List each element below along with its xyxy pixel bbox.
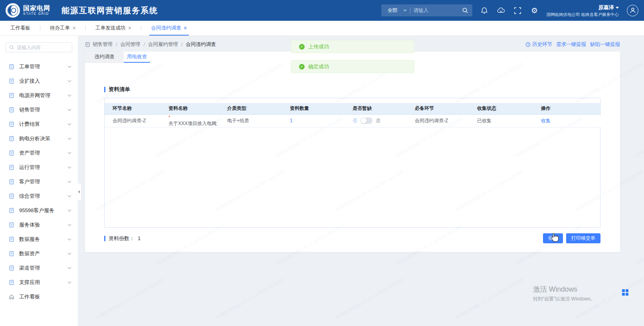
col-collect-status: 收集状态 [469, 103, 533, 114]
chevron-down-icon [67, 181, 71, 183]
avatar[interactable] [627, 5, 638, 16]
document-icon [9, 280, 14, 285]
cell-doc-name: *关于XXX项目接入电网意见 [161, 114, 219, 127]
search-icon[interactable] [461, 6, 469, 14]
windows-activation-note: 激活 Windows 转到“设置”以激活 Windows。 [533, 284, 595, 302]
divider [410, 7, 410, 14]
wtab-todo[interactable]: 待办工单✕ [48, 21, 78, 36]
tab-breach-survey[interactable]: 违约调查 [85, 52, 124, 63]
widget-grid-icon[interactable] [622, 289, 628, 296]
table-row: 合同违约调查-Z *关于XXX项目接入电网意见 电子+纸质 1 否 是 [105, 114, 601, 127]
col-is-lacking: 是否暂缺 [345, 103, 407, 114]
sidebar-item-channel[interactable]: 渠道管理 [0, 261, 78, 275]
app-header: 国家电网 STATE GRID 能源互联网营销服务系统 全部 [0, 0, 644, 21]
wtab-workboard[interactable]: 工作看板 [8, 21, 33, 36]
fullscreen-icon[interactable] [514, 6, 522, 14]
clock-icon [525, 42, 531, 47]
toggle-label-no: 否 [353, 117, 357, 124]
sidebar-item-data-assets[interactable]: 数据资产 [0, 246, 78, 261]
sidebar-item-assets[interactable]: 资产管理 [0, 146, 78, 160]
accent-bar [104, 236, 105, 241]
main-content: 销售管理/ 合同管理/ 合同履约管理/ 合同违约调查 历史环节 需求一键提报 缺… [78, 36, 644, 326]
save-button[interactable]: 保存 [543, 233, 563, 243]
cloud-service-icon[interactable] [497, 6, 505, 14]
sidebar-item-data-service[interactable]: 数据服务 [0, 232, 78, 246]
defect-report-link[interactable]: 缺陷一键提报 [590, 41, 620, 48]
success-check-icon: ✓ [299, 64, 305, 70]
sidebar-item-comprehensive[interactable]: 综合管理 [0, 189, 78, 203]
document-icon [9, 179, 14, 185]
document-icon [9, 237, 14, 242]
document-icon [9, 64, 14, 70]
sidebar-item-grid-connection[interactable]: 电源并网管理 [0, 88, 78, 103]
sidebar-item-workboard[interactable]: 工作看板 [0, 290, 78, 304]
chevron-down-icon [67, 195, 71, 197]
sidebar-item-expansion[interactable]: 业扩接入 [0, 74, 78, 88]
collect-link[interactable]: 收集 [541, 118, 551, 123]
cell-step-name: 合同违约调查-Z [105, 114, 161, 127]
sidebar-item-service-experience[interactable]: 服务体验 [0, 218, 78, 232]
history-steps-link[interactable]: 历史环节 [525, 41, 552, 48]
close-icon[interactable]: ✕ [183, 26, 187, 31]
sidebar-item-95598-service[interactable]: 95598客户服务 [0, 203, 78, 218]
sidebar-item-support-apps[interactable]: 支撑应用 [0, 275, 78, 290]
chevron-down-icon [616, 7, 619, 9]
user-menu[interactable]: 原嘉泽 国网临猗供电公司 临猗县客户服务中心 [547, 3, 619, 17]
app-title: 能源互联网营销服务系统 [61, 5, 158, 16]
document-icon [9, 121, 14, 127]
print-transfer-button[interactable]: 打印移交单 [566, 233, 600, 243]
sidebar-item-customer[interactable]: 客户管理 [0, 175, 78, 189]
cell-count: 1 [282, 114, 345, 127]
divider [40, 26, 40, 31]
sidebar-item-operation[interactable]: 运行管理 [0, 160, 78, 175]
sidebar-item-purchase-analysis[interactable]: 购电分析决策 [0, 131, 78, 146]
document-icon [85, 42, 90, 47]
settings-gear-icon[interactable]: ⚙ [531, 6, 539, 14]
cell-action: 收集 [533, 114, 601, 127]
lacking-toggle[interactable] [361, 117, 373, 124]
close-icon[interactable]: ✕ [72, 26, 76, 31]
wtab-order-sent[interactable]: 工单发送成功✕ [93, 21, 134, 36]
cell-status: 已收集 [469, 114, 533, 127]
col-required-step: 必备环节 [407, 103, 469, 114]
search-scope-select[interactable]: 全部 [384, 7, 409, 14]
document-icon [9, 78, 14, 84]
chevron-down-icon [67, 66, 71, 68]
sidebar-search-input[interactable] [17, 45, 69, 50]
doc-count-link[interactable]: 1 [290, 118, 293, 123]
cell-lacking: 否 是 [345, 114, 407, 127]
sidebar-item-billing[interactable]: 计费结算 [0, 117, 78, 131]
sidebar-item-sales[interactable]: 销售管理 [0, 103, 78, 117]
chevron-down-icon [67, 252, 71, 255]
chevron-down-icon [67, 94, 71, 97]
chevron-down-icon [67, 267, 71, 269]
document-icon [9, 136, 14, 141]
sidebar-item-workorder[interactable]: 工单管理 [0, 60, 78, 74]
wtab-contract-breach[interactable]: 合同违约调查✕ [149, 21, 189, 36]
notification-bell-icon[interactable] [480, 6, 488, 14]
demand-report-link[interactable]: 需求一键提报 [556, 41, 586, 48]
chevron-down-icon [67, 137, 71, 140]
chevron-left-icon [78, 190, 80, 193]
search-input[interactable] [414, 8, 461, 13]
cell-required-step: 合同违约调查-Z [407, 114, 469, 127]
chevron-down-icon [67, 166, 71, 169]
breadcrumb-item[interactable]: 销售管理 [93, 41, 113, 48]
chevron-down-icon [67, 80, 71, 82]
close-icon[interactable]: ✕ [128, 26, 131, 31]
accent-bar [104, 87, 105, 92]
col-medium-type: 介质类型 [219, 103, 282, 114]
user-org: 国网临猗供电公司 临猗县客户服务中心 [547, 12, 619, 17]
tab-power-data-collection[interactable]: 用电收资 [124, 52, 150, 63]
sidebar-search [6, 42, 72, 52]
breadcrumb-item-current: 合同违约调查 [186, 41, 216, 48]
document-icon [9, 107, 14, 113]
divider [141, 26, 141, 31]
chevron-down-icon [67, 209, 71, 212]
window-tab-bar: 工作看板 待办工单✕ 工单发送成功✕ 合同违约调查✕ [0, 21, 644, 36]
sidebar-collapse-toggle[interactable] [77, 183, 81, 201]
breadcrumb-item[interactable]: 合同履约管理 [148, 41, 178, 48]
chevron-down-icon [67, 281, 71, 284]
document-icon [9, 150, 14, 156]
breadcrumb-item[interactable]: 合同管理 [120, 41, 140, 48]
